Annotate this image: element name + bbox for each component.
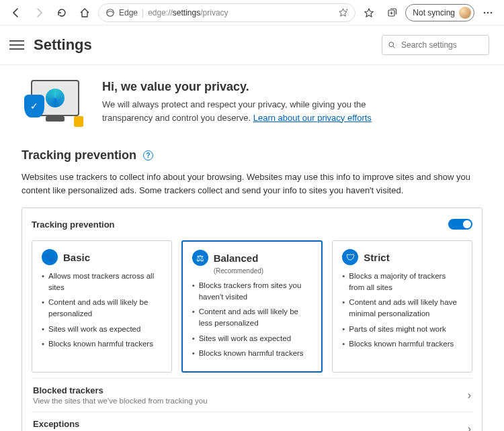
chevron-right-icon: › (468, 389, 471, 401)
sync-status: Not syncing (413, 8, 455, 17)
hero-title: Hi, we value your privacy. (102, 80, 398, 94)
menu-button[interactable] (9, 38, 24, 52)
addr-brand: Edge (119, 8, 138, 17)
tracking-level-strict[interactable]: 🛡Strict Blocks a majority of trackers fr… (332, 240, 472, 373)
page-title: Settings (34, 36, 92, 54)
tracking-panel: Tracking prevention 🐾Basic Allows most t… (22, 207, 482, 431)
dog-icon: 🐾 (42, 249, 58, 265)
browser-toolbar: Edge | edge://settings/privacy + Not syn… (0, 0, 504, 26)
tracking-level-balanced[interactable]: ⚖Balanced (Recommended) Blocks trackers … (181, 240, 323, 373)
svg-text:+: + (346, 7, 349, 12)
page-header: Settings (0, 26, 504, 65)
hero-body: We will always protect and respect your … (102, 98, 398, 124)
settings-search[interactable] (382, 35, 489, 55)
basic-bullets: Allows most trackers across all sites Co… (42, 271, 162, 350)
shield-icon: 🛡 (342, 249, 358, 265)
addr-url: edge://settings/privacy (148, 8, 228, 17)
tracking-section-desc: Websites use trackers to collect info ab… (22, 171, 482, 197)
profile-button[interactable]: Not syncing (405, 4, 474, 21)
edge-icon (106, 8, 115, 17)
exceptions-link[interactable]: Exceptions Allow all trackers on sites y… (32, 412, 472, 431)
refresh-button[interactable] (52, 3, 71, 22)
balanced-sub: (Recommended) (214, 267, 312, 275)
info-icon[interactable]: ? (143, 150, 153, 160)
lock-icon (74, 116, 83, 127)
search-icon (388, 40, 396, 50)
strict-bullets: Blocks a majority of trackers from all s… (342, 271, 462, 350)
favorites-button[interactable] (360, 3, 378, 22)
more-button[interactable] (478, 3, 497, 22)
back-button[interactable] (7, 3, 26, 22)
forward-button[interactable] (30, 3, 48, 22)
privacy-hero: ✓ Hi, we value your privacy. We will alw… (22, 80, 482, 128)
tracking-section-title: Tracking prevention (22, 148, 136, 162)
svg-point-3 (484, 11, 486, 13)
svg-point-6 (389, 42, 394, 47)
privacy-efforts-link[interactable]: Learn about our privacy efforts (253, 113, 372, 123)
favorite-add-icon[interactable]: + (338, 7, 348, 17)
balanced-bullets: Blocks trackers from sites you haven't v… (192, 280, 312, 359)
scales-icon: ⚖ (192, 250, 208, 266)
shield-check-icon: ✓ (24, 95, 44, 117)
home-button[interactable] (75, 3, 94, 22)
avatar (459, 7, 471, 19)
edge-logo-icon (46, 89, 65, 107)
tracking-toggle-label: Tracking prevention (32, 220, 115, 230)
tracking-toggle[interactable] (448, 219, 472, 230)
address-bar[interactable]: Edge | edge://settings/privacy + (98, 3, 355, 22)
hero-illustration: ✓ (22, 80, 86, 128)
search-input[interactable] (401, 40, 483, 50)
svg-point-5 (491, 11, 493, 13)
blocked-trackers-link[interactable]: Blocked trackers View the sites that we'… (32, 378, 472, 412)
chevron-right-icon: › (468, 423, 471, 431)
svg-point-4 (487, 11, 489, 13)
collections-button[interactable] (382, 3, 401, 22)
tracking-level-basic[interactable]: 🐾Basic Allows most trackers across all s… (32, 240, 172, 373)
